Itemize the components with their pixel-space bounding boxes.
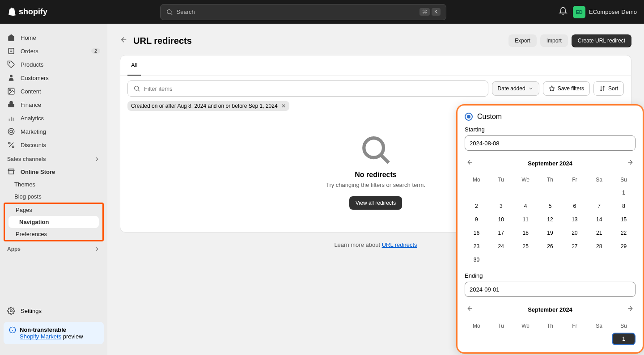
sales-channels-header[interactable]: Sales channels xyxy=(0,152,107,165)
radio-selected-icon xyxy=(465,113,473,121)
sort-button[interactable]: Sort xyxy=(593,81,624,96)
calendar-day[interactable]: 4 xyxy=(514,200,538,212)
ending-label: Ending xyxy=(465,272,636,279)
learn-link[interactable]: URL redirects xyxy=(382,241,417,248)
sidebar-item-home[interactable]: Home xyxy=(0,31,107,44)
calendar-day[interactable]: 23 xyxy=(465,240,488,253)
sub-item-blog-posts[interactable]: Blog posts xyxy=(0,190,107,203)
calendar-day[interactable]: 21 xyxy=(587,227,611,239)
calendar-day xyxy=(514,186,538,199)
calendar-day[interactable]: 3 xyxy=(489,200,513,212)
create-redirect-button[interactable]: Create URL redirect xyxy=(572,34,631,47)
calendar-day[interactable]: 1 xyxy=(612,186,636,199)
products-icon xyxy=(7,60,15,68)
custom-range-option[interactable]: Custom xyxy=(465,113,636,121)
weekday-header: Tu xyxy=(489,174,513,186)
calendar-day[interactable]: 28 xyxy=(587,240,611,253)
sidebar-item-marketing[interactable]: Marketing xyxy=(0,125,107,138)
close-icon[interactable]: ✕ xyxy=(281,103,286,109)
calendar-day[interactable]: 26 xyxy=(538,240,562,253)
sidebar-item-discounts[interactable]: Discounts xyxy=(0,138,107,152)
store-icon xyxy=(7,168,15,176)
svg-line-1 xyxy=(171,13,172,15)
sidebar-item-finance[interactable]: Finance xyxy=(0,98,107,111)
sidebar-item-customers[interactable]: Customers xyxy=(0,71,107,85)
date-added-filter[interactable]: Date added xyxy=(492,81,539,96)
next-month-button[interactable] xyxy=(625,157,636,169)
calendar-day[interactable]: 5 xyxy=(538,200,562,212)
active-filter-chip[interactable]: Created on or after Aug 8, 2024 and on o… xyxy=(127,101,289,111)
arrow-left-icon xyxy=(466,305,474,312)
sidebar-label: Marketing xyxy=(21,128,46,135)
svg-point-24 xyxy=(364,138,384,158)
calendar-day[interactable]: 29 xyxy=(612,240,636,253)
sub-item-pages[interactable]: Pages xyxy=(5,204,102,216)
prev-month-button[interactable] xyxy=(465,157,475,169)
import-button[interactable]: Import xyxy=(540,34,568,47)
calendar-day[interactable]: 10 xyxy=(489,213,513,226)
chevron-right-icon xyxy=(94,246,100,252)
calendar-day[interactable]: 1 xyxy=(612,333,636,345)
sidebar-item-online-store[interactable]: Online Store xyxy=(0,165,107,178)
search-input[interactable]: Search ⌘ K xyxy=(160,4,446,20)
save-filters-button[interactable]: Save filters xyxy=(543,81,590,96)
starting-input[interactable] xyxy=(465,135,636,151)
calendar-day[interactable]: 19 xyxy=(538,227,562,239)
svg-point-15 xyxy=(12,146,14,148)
arrow-right-icon xyxy=(627,159,634,166)
sub-item-themes[interactable]: Themes xyxy=(0,178,107,190)
view-all-button[interactable]: View all redirects xyxy=(349,196,402,210)
calendar-day[interactable]: 20 xyxy=(563,227,586,239)
sidebar-item-orders[interactable]: Orders 2 xyxy=(0,44,107,58)
kbd-cmd: ⌘ xyxy=(419,8,430,16)
back-button[interactable] xyxy=(120,36,128,46)
export-button[interactable]: Export xyxy=(508,34,537,47)
calendar-day[interactable]: 18 xyxy=(514,227,538,239)
calendar-day[interactable]: 7 xyxy=(587,200,611,212)
calendar-day[interactable]: 16 xyxy=(465,227,488,239)
calendar-day[interactable]: 6 xyxy=(563,200,586,212)
calendar-day[interactable]: 22 xyxy=(612,227,636,239)
calendar-day[interactable]: 9 xyxy=(465,213,488,226)
ending-input[interactable] xyxy=(465,282,636,297)
sidebar-item-content[interactable]: Content xyxy=(0,85,107,98)
calendar-day xyxy=(465,186,488,199)
sidebar-label: Home xyxy=(21,34,36,41)
markets-notice: Non-transferable Shopify Markets preview xyxy=(4,322,104,344)
svg-point-4 xyxy=(10,75,13,77)
sidebar-item-products[interactable]: Products xyxy=(0,58,107,71)
calendar-day[interactable]: 13 xyxy=(563,213,586,226)
apps-header[interactable]: Apps xyxy=(0,241,107,255)
calendar-day[interactable]: 17 xyxy=(489,227,513,239)
calendar-day xyxy=(489,186,513,199)
sub-item-navigation[interactable]: Navigation xyxy=(8,216,99,228)
calendar-day[interactable]: 24 xyxy=(489,240,513,253)
calendar-day[interactable]: 25 xyxy=(514,240,538,253)
calendar-day[interactable]: 12 xyxy=(538,213,562,226)
calendar-day[interactable]: 30 xyxy=(465,254,488,266)
sub-item-preferences[interactable]: Preferences xyxy=(5,228,102,240)
calendar-day[interactable]: 8 xyxy=(612,200,636,212)
calendar-day[interactable]: 11 xyxy=(514,213,538,226)
notifications-icon[interactable] xyxy=(559,7,568,17)
weekday-header: Su xyxy=(612,320,636,332)
tab-all[interactable]: All xyxy=(127,55,141,76)
calendar-end: MoTuWeThFrSaSu1 xyxy=(465,320,636,345)
notice-link[interactable]: Shopify Markets xyxy=(20,333,61,340)
sidebar-label: Content xyxy=(21,88,41,95)
calendar-day xyxy=(563,254,586,266)
content-icon xyxy=(7,87,15,95)
calendar-day xyxy=(538,186,562,199)
prev-month-button-2[interactable] xyxy=(465,303,475,316)
calendar-day xyxy=(489,333,513,345)
profile-menu[interactable]: ED EComposer Demo xyxy=(573,6,637,18)
calendar-day[interactable]: 14 xyxy=(587,213,611,226)
filter-input[interactable] xyxy=(144,85,483,92)
shopify-logo[interactable]: shopify xyxy=(7,7,47,17)
sidebar-item-analytics[interactable]: Analytics xyxy=(0,111,107,125)
calendar-day[interactable]: 15 xyxy=(612,213,636,226)
calendar-day[interactable]: 2 xyxy=(465,200,488,212)
next-month-button-2[interactable] xyxy=(625,303,636,316)
sidebar-item-settings[interactable]: Settings xyxy=(0,303,107,318)
calendar-day[interactable]: 27 xyxy=(563,240,586,253)
